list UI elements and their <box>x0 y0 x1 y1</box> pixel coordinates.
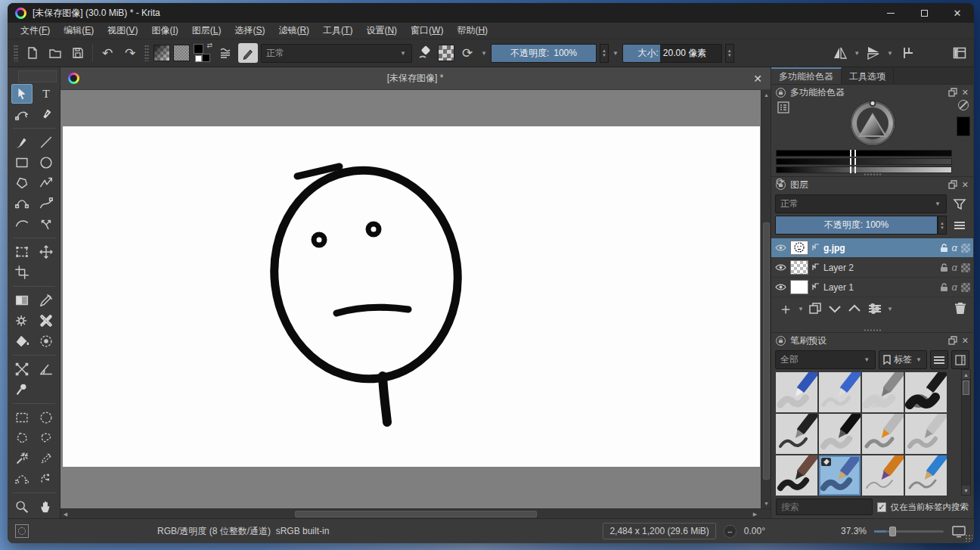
layer-lock-icon[interactable] <box>940 244 948 253</box>
eraser-mode-button[interactable] <box>415 43 435 63</box>
canvas-vertical-scrollbar[interactable]: ▲ ▼ <box>761 90 771 508</box>
layer-blending-mode-select[interactable]: 正常▼ <box>775 194 947 213</box>
float-docker-icon[interactable] <box>948 180 957 189</box>
layer-opacity-slider[interactable]: 不透明度: 100% <box>775 216 938 235</box>
menu-n[interactable]: 设置(N) <box>359 23 404 39</box>
tool-polyline[interactable] <box>36 173 57 193</box>
menu-f[interactable]: 文件(F) <box>14 23 57 39</box>
brush-preset-detail-brush[interactable] <box>862 455 904 496</box>
canvas-rotation-dial[interactable]: ↔ <box>724 525 737 538</box>
dock-tab-tool-options[interactable]: 工具选项 <box>842 67 894 84</box>
alpha-channel-icon[interactable]: α <box>952 281 957 293</box>
save-button[interactable] <box>68 43 88 63</box>
tool-zoom[interactable] <box>11 497 33 517</box>
presets-menu-icon[interactable] <box>930 350 948 369</box>
brush-search-input[interactable] <box>776 499 873 515</box>
brush-preset-pencil-black[interactable] <box>776 414 817 454</box>
canvas-horizontal-scrollbar[interactable]: ◀ ▶ <box>60 508 771 518</box>
brush-preset-pen-round[interactable] <box>905 414 947 454</box>
close-docker-icon[interactable]: ✕ <box>962 88 969 98</box>
layer-row-g-jpg[interactable]: g.jpgα <box>771 238 973 258</box>
fill-pattern-toggle[interactable] <box>438 45 454 61</box>
menu-r[interactable]: 滤镜(R) <box>271 23 316 39</box>
scroll-down-icon[interactable]: ▼ <box>761 499 771 508</box>
tool-select-shapes[interactable] <box>11 84 33 104</box>
tool-rectangle[interactable] <box>11 153 33 172</box>
reload-dropdown-caret[interactable]: ▼ <box>480 50 488 57</box>
reload-preset-button[interactable]: ⟳ <box>457 43 477 63</box>
brush-preset-eraser-block[interactable] <box>776 372 817 412</box>
color-channel-bar[interactable] <box>776 158 952 165</box>
opacity-spinner[interactable]: ▲▼ <box>600 44 609 63</box>
menu-e[interactable]: 编辑(E) <box>57 23 101 39</box>
alpha-inherit-icon[interactable] <box>961 263 970 272</box>
choose-workspace-button[interactable] <box>950 43 969 63</box>
color-selector-settings-icon[interactable] <box>777 101 789 113</box>
menu-t[interactable]: 工具(T) <box>316 23 359 39</box>
brush-size-slider[interactable]: 大小:20.00 像素 <box>622 44 722 63</box>
scroll-up-icon[interactable]: ▲ <box>761 90 771 100</box>
tool-bezier-select[interactable] <box>11 469 33 489</box>
subwindow-title-bar[interactable]: [未保存图像] * ✕ <box>60 67 771 90</box>
opacity-slider[interactable]: 不透明度:100% <box>491 44 597 63</box>
tool-fill[interactable] <box>11 331 33 351</box>
foreground-background-colors[interactable]: ⇄ <box>193 43 212 63</box>
scroll-down-icon[interactable]: ▼ <box>962 486 970 495</box>
tag-button[interactable]: 标签 ▼ <box>879 350 927 369</box>
no-color-icon[interactable] <box>958 100 969 110</box>
layer-properties-caret[interactable]: ▼ <box>886 306 894 312</box>
tool-enclose-fill[interactable] <box>36 331 57 351</box>
brush-preset-eraser-soft[interactable] <box>862 372 904 412</box>
layer-row-layer-2[interactable]: Layer 2α <box>771 258 973 278</box>
close-button[interactable]: ✕ <box>941 3 974 23</box>
tool-color-sampler[interactable] <box>36 291 57 310</box>
duplicate-layer-button[interactable] <box>806 300 824 317</box>
tool-gradient[interactable] <box>11 291 33 310</box>
delete-layer-button[interactable] <box>952 300 969 317</box>
wrap-around-mode-button[interactable] <box>897 43 916 63</box>
tool-rect-select[interactable] <box>11 408 33 427</box>
docker-lock-icon[interactable] <box>776 88 786 98</box>
image-dimensions[interactable]: 2,484 x 1,200 (29.6 MiB) <box>603 523 715 539</box>
brush-size-spinner[interactable]: ▲▼ <box>725 44 734 63</box>
add-layer-button[interactable]: ＋ <box>776 300 795 317</box>
tool-smart-patch[interactable] <box>36 311 57 331</box>
opacity-dropdown-caret[interactable]: ▼ <box>612 50 619 57</box>
tool-edit-shapes[interactable] <box>11 104 33 124</box>
menu-i[interactable]: 图像(I) <box>144 23 185 39</box>
current-color-swatch[interactable] <box>957 117 970 136</box>
tool-calligraphy[interactable] <box>36 104 57 124</box>
undo-button[interactable]: ↶ <box>98 43 117 63</box>
presets-detail-view-icon[interactable] <box>951 350 969 369</box>
zoom-slider-handle[interactable] <box>889 527 896 536</box>
menu-h[interactable]: 帮助(H) <box>450 23 495 39</box>
docker-resize-handle[interactable] <box>864 329 882 331</box>
add-layer-caret[interactable]: ▼ <box>797 306 805 312</box>
canvas-viewport[interactable]: ▲ ▼ <box>60 90 771 508</box>
menu-v[interactable]: 视图(V) <box>101 23 144 39</box>
tool-move[interactable] <box>36 242 57 262</box>
mirror-vertical-button[interactable] <box>864 43 883 63</box>
open-document-button[interactable] <box>45 43 65 63</box>
color-wheel[interactable] <box>851 101 895 145</box>
menu-l[interactable]: 图层(L) <box>185 23 228 39</box>
vertical-scroll-thumb[interactable] <box>763 222 770 480</box>
tag-search-checkbox[interactable]: ✓ <box>877 502 886 512</box>
tool-polygon[interactable] <box>11 173 33 193</box>
alpha-inherit-icon[interactable] <box>961 283 970 292</box>
brush-filter-select[interactable]: 全部▼ <box>775 350 876 369</box>
mirror-vertical-caret[interactable]: ▼ <box>886 50 894 57</box>
tool-bezier-curve[interactable] <box>11 194 33 213</box>
color-triangle[interactable] <box>858 113 887 137</box>
minimize-button[interactable] <box>874 3 907 23</box>
brush-preset-marker-chisel[interactable] <box>819 414 861 454</box>
blending-mode-select[interactable]: 正常▼ <box>261 44 412 63</box>
alpha-channel-icon[interactable]: α <box>952 262 957 273</box>
docker-lock-icon[interactable] <box>776 336 786 346</box>
toolbar-drag-handle[interactable] <box>14 45 18 61</box>
tool-ellipse[interactable] <box>36 153 57 172</box>
fit-screen-icon[interactable] <box>951 525 966 538</box>
toolbar-drag-handle[interactable] <box>144 45 149 61</box>
layer-visibility-icon[interactable] <box>774 283 786 291</box>
horizontal-scroll-thumb[interactable] <box>295 511 537 517</box>
